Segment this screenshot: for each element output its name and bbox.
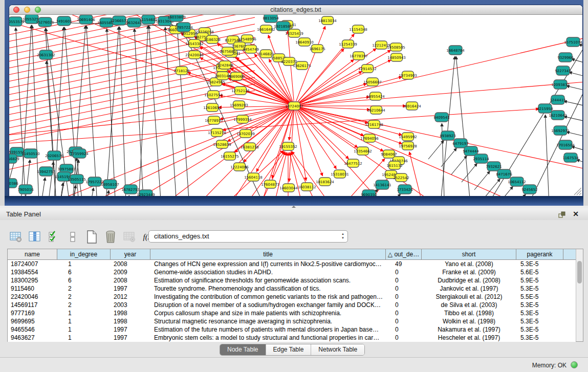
column-header-3[interactable]: title [150,249,386,260]
network-node[interactable]: 16778931 [205,116,223,124]
network-node[interactable]: 16155275 [221,152,239,160]
memory-status-indicator[interactable] [571,361,578,368]
network-node[interactable]: 18640910 [295,38,314,46]
network-node[interactable]: 17857224 [175,23,193,32]
network-node[interactable]: 9245652 [521,185,537,194]
network-node[interactable]: 18183624 [316,178,334,186]
table-row[interactable]: 946362711997Embryonic stem cells: a mode… [8,334,576,342]
network-node[interactable]: 1244415 [550,95,565,104]
column-header-0[interactable]: name [8,249,57,260]
new-file-icon[interactable] [85,230,98,244]
network-node[interactable]: 2718126 [173,67,190,75]
network-node[interactable]: 1696175 [309,45,325,53]
network-node[interactable]: 16778397 [350,52,368,60]
network-node[interactable]: 17359924 [70,149,89,158]
network-node[interactable]: 11254339 [339,40,357,48]
network-node[interactable]: 9242848 [217,61,233,69]
network-node[interactable]: 15699203 [230,101,248,109]
table-row[interactable]: 2242004622012Investigating the contribut… [8,293,576,301]
network-node[interactable]: 19218586 [274,21,292,31]
network-node[interactable]: 13505115 [68,174,86,184]
network-node[interactable]: 16648784 [446,46,465,55]
network-node[interactable]: 15692971 [551,126,570,135]
network-node[interactable]: 12914512 [358,64,377,73]
network-node[interactable]: 7905016 [17,185,34,194]
network-node[interactable]: 19756928 [399,142,417,150]
float-panel-icon[interactable] [558,211,565,217]
network-node[interactable]: 2935114 [473,154,489,163]
show-columns-icon[interactable] [28,230,41,244]
network-node[interactable]: 2675685 [220,47,235,55]
network-node[interactable]: 13942757 [37,167,55,176]
network-node[interactable]: 16210644 [367,106,385,114]
network-node[interactable]: 15751074 [564,37,582,47]
tab-edge-table[interactable]: Edge Table [266,344,311,355]
column-header-2[interactable]: year [111,249,150,260]
network-node[interactable]: 16616482 [257,25,275,33]
table-scrollbar-thumb[interactable] [577,261,582,283]
network-node[interactable]: 9329966 [557,53,574,62]
delete-trash-icon[interactable] [104,230,117,244]
network-node[interactable]: 11154348 [349,25,367,33]
column-header-1[interactable]: in_degree [57,249,111,260]
network-node[interactable]: 12224086 [230,163,249,171]
table-row[interactable]: 1830029562008Estimation of significance … [8,276,576,285]
network-node[interactable]: 7491601 [56,16,72,26]
network-node[interactable]: 8409541 [433,113,449,122]
network-canvas[interactable]: 1872400719135141166164821254899618516041… [9,15,582,196]
table-row[interactable]: 1456911722003Disruption of a novel membe… [8,301,576,309]
network-node[interactable]: 16210643 [549,111,567,120]
close-panel-icon[interactable]: ✕ [573,210,579,218]
column-header-5[interactable]: short [422,249,516,260]
network-node[interactable]: 9227343 [555,66,571,75]
network-node[interactable]: 16916424 [403,102,421,110]
select-checks-icon[interactable] [47,230,60,244]
network-node[interactable]: 13354662 [354,147,372,155]
network-node[interactable]: 8471676 [496,169,512,179]
checkbox-list-icon[interactable] [66,230,79,244]
network-node[interactable]: 9869060 [228,72,244,80]
table-selector[interactable]: citations_edges.txt ▲▼ [148,230,348,243]
tab-network-table[interactable]: Network Table [311,344,364,355]
network-node[interactable]: 17135278 [208,128,226,137]
network-window-titlebar[interactable]: citations_edges.txt [9,5,582,15]
network-node[interactable]: 14136141 [373,180,391,189]
network-node[interactable]: 12610651 [203,103,222,112]
table-row[interactable]: 1872400712008Changes of HCN gene express… [8,260,576,268]
network-node[interactable]: 16033809 [167,15,186,21]
network-node[interactable]: 18955424 [366,92,385,100]
network-node[interactable]: 9080386 [9,179,18,188]
network-node[interactable]: 1733426 [397,185,413,194]
network-node[interactable]: 12923449 [137,190,155,196]
network-node[interactable]: 8186328 [204,35,220,43]
network-node[interactable]: 2522542 [393,173,409,182]
network-node[interactable]: 15276021 [36,17,54,27]
table-settings-icon[interactable] [9,230,23,244]
network-node[interactable]: 10654112 [508,177,526,186]
network-node[interactable]: 16477512 [344,159,362,167]
network-node[interactable]: 16958107 [101,180,119,189]
network-node[interactable]: 20691406 [77,15,95,24]
network-node[interactable]: 11450510 [21,149,40,158]
network-node[interactable]: 20206576 [45,151,63,160]
network-node[interactable]: 15056607 [363,78,382,86]
tab-node-table[interactable]: Node Table [220,344,266,355]
network-node[interactable]: 20631302 [37,50,55,59]
network-node[interactable]: 14528639 [213,140,231,148]
network-node[interactable]: 8813054 [263,15,279,23]
network-node[interactable]: 16038112 [298,183,316,191]
resize-grip-icon[interactable] [577,190,581,195]
network-node[interactable]: 17016504 [556,140,575,149]
table-scrollbar[interactable] [576,249,583,341]
network-node[interactable]: 8938923 [440,131,455,140]
resize-grip-icon[interactable] [579,193,581,195]
table-row[interactable]: 977716911998Corpus callosum shape and si… [8,309,576,317]
network-node[interactable]: 15495992 [399,133,417,141]
network-node[interactable]: 1167534 [562,153,579,162]
table-row[interactable]: 969969511998Structural magnetic resonanc… [8,317,576,325]
network-node[interactable]: 9690350 [361,190,377,196]
network-node[interactable]: 16381238 [241,143,259,151]
network-node[interactable]: 12161748 [365,120,383,128]
network-node[interactable]: 15604118 [244,173,263,181]
network-node[interactable]: 17604873 [261,180,279,188]
